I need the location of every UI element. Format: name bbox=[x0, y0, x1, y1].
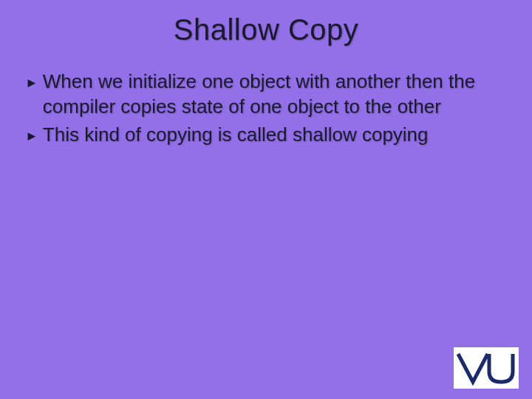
bullet-item: ► This kind of copying is called shallow… bbox=[25, 122, 507, 147]
slide: Shallow Copy ► When we initialize one ob… bbox=[0, 0, 532, 399]
bullet-marker-icon: ► bbox=[25, 123, 38, 149]
vu-logo-icon bbox=[455, 349, 517, 386]
bullet-text: When we initialize one object with anoth… bbox=[43, 69, 486, 119]
bullet-marker-icon: ► bbox=[25, 70, 38, 95]
slide-title: Shallow Copy bbox=[0, 0, 532, 47]
bullet-text: This kind of copying is called shallow c… bbox=[43, 122, 429, 147]
vu-logo bbox=[454, 347, 519, 389]
slide-content: ► When we initialize one object with ano… bbox=[0, 47, 532, 147]
bullet-item: ► When we initialize one object with ano… bbox=[25, 69, 507, 119]
